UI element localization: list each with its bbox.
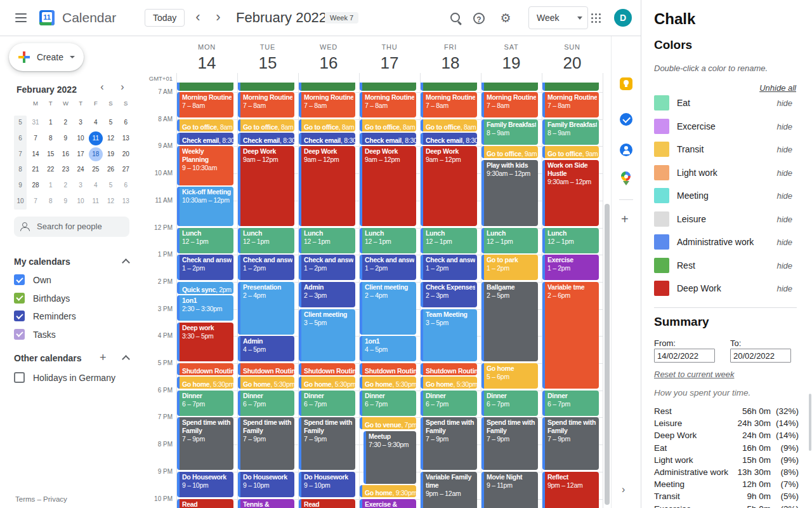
mini-day[interactable]: 10 [74, 194, 88, 208]
calendar-event[interactable]: Check email, 8:30am [421, 133, 477, 145]
calendar-event[interactable]: Variable tme2 – 6pm [542, 282, 599, 389]
view-selector-dropdown[interactable]: Week [528, 6, 588, 29]
calendar-event[interactable]: Morning Routine7 – 8am [299, 92, 355, 117]
calendar-event[interactable]: 1on14 – 5pm [360, 336, 416, 361]
color-swatch[interactable] [654, 281, 669, 296]
calendar-event[interactable]: Family Breakfast8 – 9am [481, 119, 538, 145]
calendar-event[interactable]: Morning Routine7 – 8am [177, 92, 233, 117]
mini-day[interactable]: 17 [74, 147, 88, 161]
calendar-event[interactable]: Go home5 – 6pm [481, 363, 538, 389]
calendar-event[interactable]: Check email, 8:30am [360, 133, 416, 145]
calendar-event[interactable]: Spend time with Family7 – 9pm [421, 417, 477, 470]
tasks-icon[interactable] [620, 113, 632, 126]
calendar-event[interactable]: Go home, 5:30pm [177, 377, 233, 389]
hide-link[interactable]: hide [776, 237, 792, 247]
calendar-event[interactable]: Check and answer1 – 2pm [299, 255, 355, 280]
settings-gear-icon[interactable]: ⚙ [499, 11, 513, 25]
calendar-event[interactable] [177, 83, 233, 91]
calendar-event[interactable]: Spend time with Family7 – 9pm [177, 417, 233, 470]
mini-day[interactable]: 26 [104, 163, 118, 177]
hide-link[interactable]: hide [776, 145, 792, 154]
calendar-event[interactable]: Go to park1 – 2pm [481, 255, 538, 280]
calendar-event[interactable]: Morning Routine7 – 8am [481, 92, 538, 117]
collapse-panel-chevron-icon[interactable]: › [622, 484, 625, 495]
calendar-event[interactable]: Lunch12 – 1pm [238, 228, 294, 253]
color-swatch[interactable] [654, 234, 669, 250]
calendar-event[interactable]: Lunch12 – 1pm [542, 228, 599, 253]
calendar-event[interactable]: Do Housework9 – 10pm [177, 472, 233, 497]
day-header[interactable]: SAT19 [481, 43, 542, 72]
calendar-event[interactable]: Movie Night9 – 11pm [481, 472, 538, 508]
calendar-event[interactable]: Go home, 9:30pm [360, 485, 416, 497]
calendar-event[interactable]: Lunch12 – 1pm [360, 228, 416, 253]
calendar-event[interactable]: Check and answer1 – 2pm [360, 255, 416, 280]
calendar-event[interactable]: Deep Work9am – 12pm [421, 146, 477, 226]
calendar-event[interactable] [360, 83, 416, 91]
calendar-event[interactable]: Deep Work9am – 12pm [299, 146, 355, 226]
hide-link[interactable]: hide [776, 284, 792, 293]
calendar-logo-icon[interactable]: 11 [39, 10, 55, 25]
main-menu-icon[interactable] [15, 13, 27, 22]
calendar-event[interactable]: Go home, 5:30pm [299, 377, 355, 389]
minical-prev-icon[interactable]: ‹ [96, 81, 108, 93]
calendar-event[interactable]: Go to office, 8am [360, 119, 416, 131]
calendar-event[interactable]: Deep Work9am – 12pm [360, 146, 416, 226]
mini-day[interactable]: 13 [119, 131, 133, 145]
calendar-event[interactable]: Check email, 8:30am [238, 133, 294, 145]
calendar-checkbox[interactable] [14, 329, 25, 340]
calendar-event[interactable]: Lunch12 – 1pm [481, 228, 538, 253]
mini-day[interactable]: 8 [44, 131, 58, 145]
calendar-event[interactable]: Dinner6 – 7pm [360, 391, 416, 416]
day-header[interactable]: TUE15 [237, 43, 298, 72]
calendar-event[interactable]: Morning Routine7 – 8am [238, 92, 294, 117]
mini-day[interactable]: 20 [119, 147, 133, 161]
calendar-event[interactable]: Check and answer1 – 2pm [238, 255, 294, 280]
mini-day[interactable]: 4 [89, 178, 103, 192]
calendar-event[interactable]: Exercise & [360, 499, 416, 508]
people-search-input[interactable]: Search for people [14, 217, 129, 237]
mini-day[interactable]: 25 [89, 163, 103, 177]
calendar-event[interactable]: Go home, 5:30pm [238, 377, 294, 389]
calendar-event[interactable]: Exercise1 – 2pm [542, 255, 599, 280]
day-header[interactable]: THU17 [359, 43, 420, 72]
calendar-event[interactable]: Dinner6 – 7pm [177, 391, 233, 416]
hide-link[interactable]: hide [776, 261, 792, 271]
help-icon[interactable]: ? [473, 13, 485, 24]
mini-day[interactable]: 14 [29, 147, 43, 161]
mini-day[interactable]: 3 [74, 116, 88, 130]
mini-day[interactable]: 11 [89, 131, 103, 145]
contacts-icon[interactable] [620, 144, 632, 156]
calendar-event[interactable]: Go to office, 8am [238, 119, 294, 131]
calendar-event[interactable]: Do Housework9 – 10pm [238, 472, 294, 497]
calendar-event[interactable]: Work on Side Hustle9:30am – 12pm [542, 160, 599, 226]
minical-next-icon[interactable]: › [117, 81, 128, 93]
mini-day[interactable]: 15 [44, 147, 58, 161]
calendar-event[interactable]: Go to office, 8am [421, 119, 477, 131]
mini-day[interactable]: 2 [58, 116, 72, 130]
calendar-event[interactable]: Do Housework9 – 10pm [299, 472, 355, 497]
mini-day[interactable]: 6 [119, 116, 133, 130]
mini-day[interactable]: 10 [74, 131, 88, 145]
mini-day[interactable]: 1 [44, 116, 58, 130]
calendar-event[interactable]: Go to office, 9am [542, 146, 599, 158]
calendar-checkbox[interactable] [14, 311, 25, 321]
calendar-checkbox[interactable] [14, 372, 25, 383]
prev-week-icon[interactable]: ‹ [190, 8, 206, 26]
calendar-event[interactable]: Weekly Planning9 – 10:30am [177, 146, 233, 185]
calendar-checkbox[interactable] [14, 274, 25, 285]
hide-link[interactable]: hide [776, 98, 792, 108]
calendar-event[interactable]: Dinner6 – 7pm [299, 391, 355, 416]
calendar-event[interactable]: Check and answer1 – 2pm [421, 255, 477, 280]
calendar-event[interactable]: Spend time with Family7 – 9pm [238, 417, 294, 470]
avatar[interactable]: D [614, 9, 632, 27]
color-swatch[interactable] [654, 119, 669, 134]
search-icon[interactable] [449, 11, 463, 25]
calendar-event[interactable]: Client meeting3 – 5pm [299, 309, 355, 362]
calendar-event[interactable]: 1on12:30 – 3:30pm [177, 295, 233, 321]
calendar-list-item[interactable]: Reminders [14, 311, 134, 323]
mini-day[interactable]: 22 [44, 163, 58, 177]
mini-day[interactable]: 12 [104, 131, 118, 145]
color-swatch[interactable] [654, 258, 669, 273]
calendar-list-item[interactable]: Tasks [14, 329, 134, 342]
calendar-event[interactable]: Variable Family time9pm – 12am [421, 472, 477, 508]
